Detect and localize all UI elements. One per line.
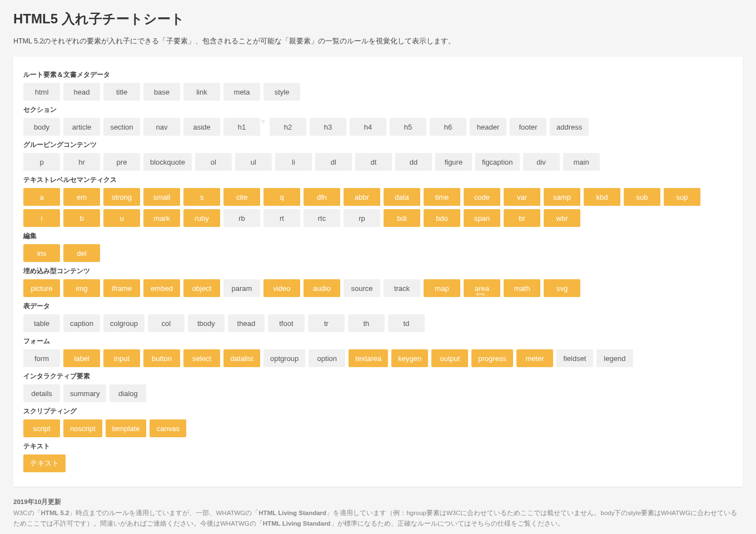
element-tag-source[interactable]: source — [344, 279, 380, 297]
element-tag-select[interactable]: select — [183, 349, 220, 367]
element-tag-math[interactable]: math — [504, 279, 540, 297]
element-tag-legend[interactable]: legend — [596, 349, 633, 367]
element-tag-i[interactable]: i — [23, 209, 60, 227]
element-tag-wbr[interactable]: wbr — [544, 209, 580, 227]
element-tag-br[interactable]: br — [504, 209, 540, 227]
element-tag-param[interactable]: param — [223, 279, 260, 297]
element-tag-datalist[interactable]: datalist — [223, 349, 260, 367]
element-tag-rb[interactable]: rb — [223, 209, 260, 227]
element-tag-aside[interactable]: aside — [183, 118, 220, 136]
element-tag-keygen[interactable]: keygen — [391, 349, 428, 367]
element-tag-p[interactable]: p — [23, 153, 60, 171]
element-tag-rp[interactable]: rp — [344, 209, 380, 227]
element-tag-h3[interactable]: h3 — [310, 118, 346, 136]
element-tag-iframe[interactable]: iframe — [103, 279, 140, 297]
element-tag-th[interactable]: th — [348, 314, 385, 332]
element-tag-rtc[interactable]: rtc — [304, 209, 340, 227]
element-tag-caption[interactable]: caption — [63, 314, 100, 332]
element-tag-audio[interactable]: audio — [304, 279, 340, 297]
element-tag-colgroup[interactable]: colgroup — [103, 314, 145, 332]
element-tag-ruby[interactable]: ruby — [183, 209, 220, 227]
element-tag-thead[interactable]: thead — [228, 314, 265, 332]
element-tag-sup[interactable]: sup — [664, 188, 700, 206]
element-tag-span[interactable]: span — [464, 209, 500, 227]
element-tag-h4[interactable]: h4 — [350, 118, 386, 136]
element-tag-link[interactable]: link — [183, 83, 220, 101]
element-tag-rt[interactable]: rt — [263, 209, 300, 227]
element-tag-header[interactable]: header — [470, 118, 506, 136]
element-tag-meta[interactable]: meta — [223, 83, 260, 101]
element-tag-pre[interactable]: pre — [103, 153, 140, 171]
element-tag-u[interactable]: u — [103, 209, 140, 227]
element-tag-address[interactable]: address — [550, 118, 589, 136]
element-tag-col[interactable]: col — [148, 314, 185, 332]
element-tag-textarea[interactable]: textarea — [349, 349, 388, 367]
element-tag-テキスト[interactable]: テキスト — [23, 454, 66, 472]
element-tag-video[interactable]: video — [263, 279, 300, 297]
element-tag-optgroup[interactable]: optgroup — [263, 349, 305, 367]
element-tag-ul[interactable]: ul — [235, 153, 272, 171]
element-tag-dfn[interactable]: dfn — [304, 188, 340, 206]
element-tag-sub[interactable]: sub — [624, 188, 660, 206]
element-tag-bdo[interactable]: bdo — [424, 209, 460, 227]
element-tag-ins[interactable]: ins — [23, 244, 60, 262]
element-tag-dd[interactable]: dd — [395, 153, 432, 171]
element-tag-figure[interactable]: figure — [435, 153, 472, 171]
element-tag-fieldset[interactable]: fieldset — [556, 349, 593, 367]
element-tag-main[interactable]: main — [563, 153, 600, 171]
element-tag-body[interactable]: body — [23, 118, 60, 136]
element-tag-title[interactable]: title — [103, 83, 140, 101]
element-tag-map[interactable]: map — [424, 279, 460, 297]
element-tag-mark[interactable]: mark — [143, 209, 180, 227]
element-tag-a[interactable]: a — [23, 188, 60, 206]
element-tag-dt[interactable]: dt — [355, 153, 392, 171]
element-tag-em[interactable]: em — [63, 188, 100, 206]
element-tag-h2[interactable]: h2 — [270, 118, 306, 136]
element-tag-script[interactable]: script — [23, 419, 60, 437]
element-tag-var[interactable]: var — [504, 188, 540, 206]
element-tag-kbd[interactable]: kbd — [584, 188, 620, 206]
element-tag-label[interactable]: label — [63, 349, 100, 367]
element-tag-h1[interactable]: h1 — [223, 118, 260, 136]
element-tag-progress[interactable]: progress — [471, 349, 513, 367]
element-tag-b[interactable]: b — [63, 209, 100, 227]
element-tag-h5[interactable]: h5 — [390, 118, 426, 136]
element-tag-bdi[interactable]: bdi — [384, 209, 420, 227]
element-tag-summary[interactable]: summary — [63, 384, 106, 402]
element-tag-noscript[interactable]: noscript — [63, 419, 102, 437]
element-tag-blockquote[interactable]: blockquote — [143, 153, 192, 171]
element-tag-template[interactable]: template — [106, 419, 147, 437]
element-tag-cite[interactable]: cite — [223, 188, 260, 206]
element-tag-canvas[interactable]: canvas — [150, 419, 186, 437]
element-tag-area[interactable]: area※ma… — [464, 279, 500, 297]
element-tag-table[interactable]: table — [23, 314, 60, 332]
element-tag-track[interactable]: track — [384, 279, 420, 297]
element-tag-picture[interactable]: picture — [23, 279, 60, 297]
element-tag-button[interactable]: button — [143, 349, 180, 367]
element-tag-article[interactable]: article — [63, 118, 100, 136]
element-tag-q[interactable]: q — [263, 188, 300, 206]
element-tag-small[interactable]: small — [143, 188, 180, 206]
element-tag-ol[interactable]: ol — [195, 153, 232, 171]
element-tag-base[interactable]: base — [143, 83, 180, 101]
element-tag-data[interactable]: data — [384, 188, 420, 206]
element-tag-option[interactable]: option — [309, 349, 345, 367]
element-tag-dl[interactable]: dl — [315, 153, 352, 171]
element-tag-embed[interactable]: embed — [143, 279, 180, 297]
element-tag-code[interactable]: code — [464, 188, 500, 206]
element-tag-tr[interactable]: tr — [308, 314, 345, 332]
element-tag-abbr[interactable]: abbr — [344, 188, 380, 206]
element-tag-tfoot[interactable]: tfoot — [268, 314, 305, 332]
element-tag-html[interactable]: html — [23, 83, 60, 101]
element-tag-head[interactable]: head — [63, 83, 100, 101]
element-tag-td[interactable]: td — [388, 314, 425, 332]
element-tag-footer[interactable]: footer — [510, 118, 546, 136]
element-tag-tbody[interactable]: tbody — [188, 314, 225, 332]
element-tag-s[interactable]: s — [183, 188, 220, 206]
element-tag-form[interactable]: form — [23, 349, 60, 367]
element-tag-samp[interactable]: samp — [544, 188, 580, 206]
element-tag-time[interactable]: time — [424, 188, 460, 206]
element-tag-dialog[interactable]: dialog — [110, 384, 146, 402]
element-tag-svg[interactable]: svg — [544, 279, 580, 297]
element-tag-li[interactable]: li — [275, 153, 312, 171]
